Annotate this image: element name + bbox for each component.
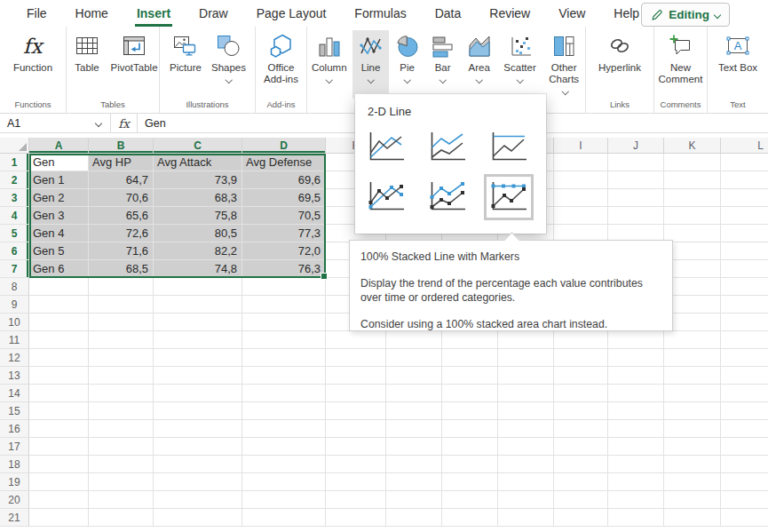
cell-G16[interactable] (442, 420, 498, 438)
cell-K1[interactable] (664, 154, 721, 171)
cell-I18[interactable] (554, 456, 608, 473)
cell-K21[interactable] (664, 509, 721, 527)
cell-C14[interactable] (154, 385, 242, 402)
cell-C5[interactable]: 80,5 (154, 225, 242, 242)
cell-B1[interactable]: Avg HP (89, 154, 154, 171)
cell-A2[interactable]: Gen 1 (29, 171, 89, 189)
cell-B7[interactable]: 68,5 (89, 260, 154, 278)
hyperlink-button[interactable]: Hyperlink (595, 30, 645, 99)
cell-G18[interactable] (442, 456, 498, 473)
column-header-K[interactable]: K (664, 138, 721, 154)
cell-B4[interactable]: 65,6 (89, 207, 154, 225)
cell-C20[interactable] (154, 491, 242, 509)
cell-A18[interactable] (29, 456, 89, 473)
cell-E11[interactable] (326, 331, 386, 349)
cell-H14[interactable] (498, 385, 554, 402)
cell-C19[interactable] (154, 473, 242, 491)
cell-J14[interactable] (608, 385, 664, 402)
cell-D11[interactable] (242, 331, 326, 349)
cell-C9[interactable] (154, 296, 242, 314)
row-header-12[interactable]: 12 (0, 349, 29, 367)
cell-A12[interactable] (29, 349, 89, 367)
cell-A6[interactable]: Gen 5 (29, 242, 89, 260)
cell-J17[interactable] (608, 438, 664, 456)
cell-H21[interactable] (498, 509, 554, 527)
cell-J12[interactable] (608, 349, 664, 367)
cell-G12[interactable] (442, 349, 498, 367)
cell-J19[interactable] (608, 473, 664, 491)
cell-J13[interactable] (608, 367, 664, 385)
cell-A14[interactable] (29, 385, 89, 402)
cell-D1[interactable]: Avg Defense (242, 154, 326, 171)
cell-L19[interactable] (721, 473, 768, 491)
cell-H20[interactable] (498, 491, 554, 509)
cell-D16[interactable] (242, 420, 326, 438)
cell-G19[interactable] (442, 473, 498, 491)
cell-F12[interactable] (386, 349, 442, 367)
cell-J15[interactable] (608, 402, 664, 420)
cell-D7[interactable]: 76,3 (242, 260, 326, 278)
cell-I16[interactable] (554, 420, 608, 438)
cell-F15[interactable] (386, 402, 442, 420)
cell-J2[interactable] (608, 171, 664, 189)
cell-K11[interactable] (664, 331, 721, 349)
cell-B6[interactable]: 71,6 (89, 242, 154, 260)
cell-E19[interactable] (326, 473, 386, 491)
cell-E16[interactable] (326, 420, 386, 438)
cell-J3[interactable] (608, 189, 664, 207)
cell-I3[interactable] (554, 189, 608, 207)
cell-A15[interactable] (29, 402, 89, 420)
line-chart-button[interactable]: Line (352, 30, 388, 99)
cell-E12[interactable] (326, 349, 386, 367)
pie-chart-button[interactable]: Pie (391, 30, 424, 99)
cell-G20[interactable] (442, 491, 498, 509)
row-header-8[interactable]: 8 (0, 278, 29, 296)
cell-C10[interactable] (154, 314, 242, 331)
cell-J4[interactable] (608, 207, 664, 225)
cell-L17[interactable] (721, 438, 768, 456)
scatter-chart-button[interactable]: Scatter (499, 30, 542, 99)
cell-A8[interactable] (29, 278, 89, 296)
cell-B17[interactable] (89, 438, 154, 456)
cell-A13[interactable] (29, 367, 89, 385)
row-header-11[interactable]: 11 (0, 331, 29, 349)
text-box-button[interactable]: A Text Box (715, 30, 761, 99)
row-header-18[interactable]: 18 (0, 456, 29, 473)
row-header-6[interactable]: 6 (0, 242, 29, 260)
cell-A17[interactable] (29, 438, 89, 456)
table-button[interactable]: Table (67, 30, 107, 99)
cell-C2[interactable]: 73,9 (154, 171, 242, 189)
row-header-2[interactable]: 2 (0, 171, 29, 189)
chart-type-stacked-line-with-markers[interactable] (427, 179, 468, 216)
cell-H16[interactable] (498, 420, 554, 438)
cell-G15[interactable] (442, 402, 498, 420)
cell-B9[interactable] (89, 296, 154, 314)
cell-I4[interactable] (554, 207, 608, 225)
cell-D5[interactable]: 77,3 (242, 225, 326, 242)
cell-H19[interactable] (498, 473, 554, 491)
cell-I13[interactable] (554, 367, 608, 385)
cell-F18[interactable] (386, 456, 442, 473)
cell-B15[interactable] (89, 402, 154, 420)
cell-C7[interactable]: 74,8 (154, 260, 242, 278)
cell-L15[interactable] (721, 402, 768, 420)
cell-A21[interactable] (29, 509, 89, 527)
row-header-9[interactable]: 9 (0, 296, 29, 314)
cell-H12[interactable] (498, 349, 554, 367)
cell-B13[interactable] (89, 367, 154, 385)
cell-J21[interactable] (608, 509, 664, 527)
cell-A20[interactable] (29, 491, 89, 509)
cell-F19[interactable] (386, 473, 442, 491)
cell-F20[interactable] (386, 491, 442, 509)
cell-B16[interactable] (89, 420, 154, 438)
cell-B21[interactable] (89, 509, 154, 527)
cell-name-box[interactable]: A1 (0, 114, 111, 132)
cell-K3[interactable] (664, 189, 721, 207)
chart-type-stacked-line[interactable] (427, 129, 468, 166)
cell-H17[interactable] (498, 438, 554, 456)
cell-E14[interactable] (326, 385, 386, 402)
cell-C6[interactable]: 82,2 (154, 242, 242, 260)
cell-K2[interactable] (664, 171, 721, 189)
menu-tab-home[interactable]: Home (61, 0, 123, 27)
cell-H11[interactable] (498, 331, 554, 349)
